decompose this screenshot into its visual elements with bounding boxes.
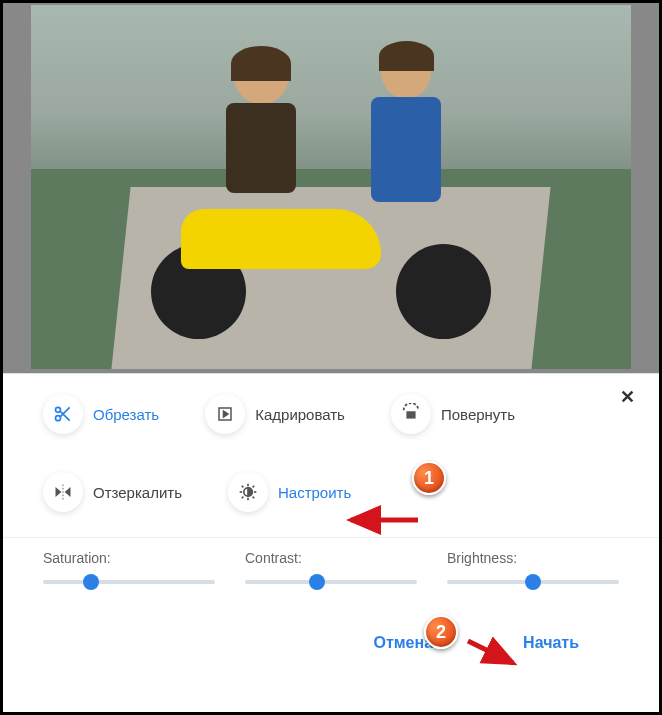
sliders-row: Saturation: Contrast: Brightness: xyxy=(3,537,659,604)
trim-label: Обрезать xyxy=(93,406,159,423)
adjust-icon xyxy=(228,472,268,512)
svg-marker-8 xyxy=(65,487,71,497)
rotate-tool[interactable]: Повернуть xyxy=(391,394,515,434)
brightness-thumb[interactable] xyxy=(525,574,541,590)
svg-line-17 xyxy=(242,497,244,499)
adjust-label: Настроить xyxy=(278,484,351,501)
trim-tool[interactable]: Обрезать xyxy=(43,394,159,434)
video-preview xyxy=(3,3,659,373)
close-button[interactable]: ✕ xyxy=(620,386,635,408)
adjust-tool[interactable]: Настроить xyxy=(228,472,351,512)
svg-marker-7 xyxy=(56,487,62,497)
brightness-slider[interactable]: Brightness: xyxy=(447,550,619,592)
rotate-icon xyxy=(391,394,431,434)
brightness-label: Brightness: xyxy=(447,550,619,566)
mirror-label: Отзеркалить xyxy=(93,484,182,501)
contrast-label: Contrast: xyxy=(245,550,417,566)
crop-label: Кадрировать xyxy=(255,406,345,423)
video-frame xyxy=(31,5,631,369)
saturation-thumb[interactable] xyxy=(83,574,99,590)
start-button[interactable]: Начать xyxy=(523,634,579,652)
tool-row-1: Обрезать Кадрировать Повернуть xyxy=(43,394,619,434)
svg-line-15 xyxy=(242,486,244,488)
svg-line-16 xyxy=(253,497,255,499)
saturation-label: Saturation: xyxy=(43,550,215,566)
cancel-button[interactable]: Отмена xyxy=(374,634,434,652)
mirror-tool[interactable]: Отзеркалить xyxy=(43,472,182,512)
contrast-thumb[interactable] xyxy=(309,574,325,590)
rotate-label: Повернуть xyxy=(441,406,515,423)
crop-tool[interactable]: Кадрировать xyxy=(205,394,345,434)
edit-panel: ✕ Обрезать Кадрировать Повернуть xyxy=(3,373,659,682)
svg-line-18 xyxy=(253,486,255,488)
action-row: Отмена Начать xyxy=(3,604,659,682)
saturation-slider[interactable]: Saturation: xyxy=(43,550,215,592)
svg-rect-6 xyxy=(406,411,415,418)
svg-marker-5 xyxy=(224,411,229,417)
crop-icon xyxy=(205,394,245,434)
contrast-slider[interactable]: Contrast: xyxy=(245,550,417,592)
mirror-icon xyxy=(43,472,83,512)
tool-row-2: Отзеркалить Настроить xyxy=(43,472,619,512)
scissors-icon xyxy=(43,394,83,434)
